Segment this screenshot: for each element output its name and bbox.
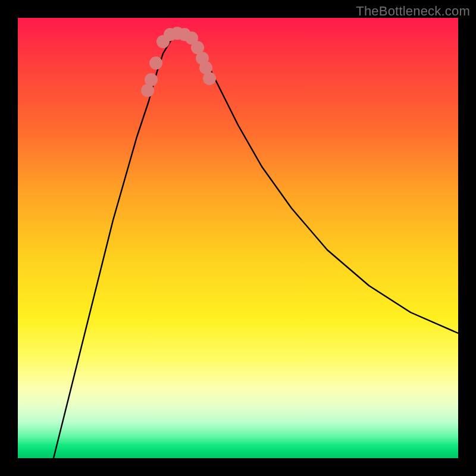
curve-marker (149, 57, 162, 70)
watermark-text: TheBottleneck.com (356, 4, 470, 19)
chart-frame: TheBottleneck.com (0, 0, 476, 476)
chart-plot-area (18, 18, 458, 458)
curve-marker (203, 72, 216, 85)
curve-marker (145, 73, 158, 86)
chart-svg (18, 18, 458, 458)
bottleneck-curve (54, 35, 458, 458)
marker-group (141, 27, 216, 97)
